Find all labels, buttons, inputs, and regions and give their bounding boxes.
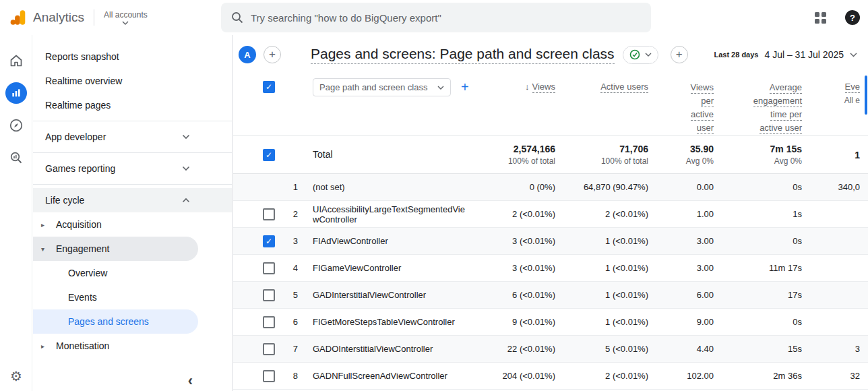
expand-down-icon: ▾ <box>41 245 56 253</box>
date-preset-label: Last 28 days <box>714 51 758 59</box>
sidebar-item-games-reporting[interactable]: Games reporting <box>33 156 232 181</box>
row-name: (not set) <box>298 182 474 192</box>
add-dimension-button[interactable]: + <box>461 80 469 95</box>
sidebar-item-monetisation[interactable]: ▸ Monetisation <box>33 334 232 358</box>
sidebar-item-overview[interactable]: Overview <box>33 261 232 285</box>
column-header-views-per-active-user[interactable]: Views per active user <box>648 78 714 134</box>
row-checkbox[interactable] <box>263 208 275 220</box>
row-checkbox[interactable] <box>263 316 275 328</box>
chevron-down-icon <box>437 86 444 90</box>
help-icon[interactable]: ? <box>845 10 860 25</box>
chevron-down-icon <box>645 53 652 57</box>
date-range-label: 4 Jul – 31 Jul 2025 <box>764 49 844 60</box>
row-checkbox[interactable] <box>263 289 275 301</box>
row-checkbox[interactable] <box>263 343 275 355</box>
add-comparison-button[interactable]: + <box>264 46 281 63</box>
select-all-checkbox[interactable]: ✓ <box>263 81 275 93</box>
sort-desc-icon: ↓ <box>525 82 530 92</box>
row-name: GADInterstitialViewController <box>298 290 474 300</box>
row-name: GADNFullScreenAdViewController <box>298 371 474 381</box>
table-row[interactable]: 4 FIGameViewController 3 (<0.01%) 1 (<0.… <box>233 255 868 282</box>
reports-icon[interactable] <box>0 77 32 109</box>
nav-divider <box>33 152 232 153</box>
row-checkbox[interactable]: ✓ <box>263 235 275 247</box>
total-checkbox[interactable]: ✓ <box>263 149 275 161</box>
sidebar-section-life-cycle[interactable]: Life cycle <box>33 188 232 212</box>
total-views: 2,574,166 <box>474 144 555 154</box>
sidebar-item-realtime-pages[interactable]: Realtime pages <box>33 93 232 117</box>
table-row[interactable]: ✓ 3 FIAdViewController 3 (<0.01%) 1 (<0.… <box>233 228 868 255</box>
account-switcher[interactable]: All accounts <box>104 10 148 25</box>
column-header-active-users[interactable]: Active users <box>555 78 648 93</box>
total-engagement: 7m 15s <box>714 144 802 154</box>
table-header-row: ✓ Page path and screen class + ↓ Views A… <box>233 74 868 136</box>
column-header-event-count[interactable]: Eve All e <box>802 78 868 105</box>
row-name: FIGameViewController <box>298 263 474 273</box>
sidebar-item-events[interactable]: Events <box>33 285 232 309</box>
report-header: A + Pages and screens: Page path and scr… <box>233 35 868 74</box>
date-range-picker[interactable]: Last 28 days 4 Jul – 31 Jul 2025 <box>714 49 868 60</box>
nav-divider <box>33 121 232 121</box>
row-name: UIAccessibilityLargeTextSegmentedViewCon… <box>298 204 474 224</box>
app-title: Analytics <box>33 10 84 25</box>
row-checkbox[interactable] <box>263 370 275 382</box>
report-saved-status[interactable] <box>623 46 658 64</box>
sidebar-item-realtime-overview[interactable]: Realtime overview <box>33 69 232 93</box>
settings-gear-icon[interactable]: ⚙ <box>0 368 32 384</box>
sidebar-item-pages-and-screens[interactable]: Pages and screens <box>33 309 198 334</box>
chevron-down-icon <box>182 134 190 140</box>
row-name: FIAdViewController <box>298 236 474 246</box>
row-checkbox[interactable] <box>263 262 275 274</box>
chevron-down-icon <box>122 21 129 25</box>
avatar[interactable]: A <box>239 46 256 63</box>
table-row[interactable]: 8 GADNFullScreenAdViewController 204 (<0… <box>233 363 868 390</box>
check-circle-icon <box>629 49 640 60</box>
row-name: FIGetMoreStepsTableViewController <box>298 317 474 327</box>
account-label: All accounts <box>104 10 148 20</box>
search-icon <box>230 11 244 24</box>
table-row[interactable]: 6 FIGetMoreStepsTableViewController 9 (<… <box>233 309 868 336</box>
table-row[interactable]: 1 (not set) 0 (0%) 64,870 (90.47%) 0.00 … <box>233 174 868 201</box>
table-row[interactable]: 2 UIAccessibilityLargeTextSegmentedViewC… <box>233 201 868 228</box>
table-total-row: ✓ Total 2,574,166 100% of total 71,706 1… <box>233 136 868 174</box>
explore-icon[interactable] <box>0 109 32 142</box>
row-name: GADOInterstitialViewController <box>298 344 474 354</box>
report-main: A + Pages and screens: Page path and scr… <box>233 35 868 391</box>
add-report-button[interactable]: + <box>671 46 688 63</box>
total-active-users: 71,706 <box>555 144 648 154</box>
reports-sidebar: Reports snapshot Realtime overview Realt… <box>33 35 232 391</box>
table-row[interactable]: 5 GADInterstitialViewController 6 (<0.01… <box>233 282 868 309</box>
collapse-sidebar-icon[interactable]: ‹ <box>188 372 193 390</box>
page-title[interactable]: Pages and screens: Page path and screen … <box>311 46 615 64</box>
table-row[interactable]: 7 GADOInterstitialViewController 22 (<0.… <box>233 336 868 363</box>
sidebar-item-acquisition[interactable]: ▸ Acquisition <box>33 212 232 237</box>
expand-right-icon: ▸ <box>41 342 56 350</box>
icon-rail: ⚙ <box>0 35 32 391</box>
home-icon[interactable] <box>0 44 32 77</box>
search-input[interactable] <box>251 12 642 24</box>
nav-divider <box>33 184 232 185</box>
expand-right-icon: ▸ <box>41 221 56 229</box>
total-event-count: 1 <box>802 150 868 160</box>
analytics-logo-icon[interactable] <box>9 9 27 26</box>
chevron-down-icon <box>182 166 190 171</box>
dimension-selector[interactable]: Page path and screen class <box>313 78 451 96</box>
chevron-up-icon <box>182 198 190 203</box>
vertical-scrollbar-thumb[interactable] <box>865 76 867 115</box>
sidebar-item-reports-snapshot[interactable]: Reports snapshot <box>33 44 232 69</box>
topbar-divider <box>94 9 94 26</box>
chevron-down-icon <box>850 53 857 57</box>
sidebar-item-app-developer[interactable]: App developer <box>33 125 232 149</box>
topbar: Analytics All accounts ? <box>0 0 868 35</box>
search-bar[interactable] <box>221 3 651 32</box>
total-views-per-user: 35.90 <box>648 144 714 154</box>
total-label: Total <box>298 150 474 160</box>
column-header-views[interactable]: ↓ Views <box>474 78 555 93</box>
topbar-actions: ? <box>815 10 868 25</box>
sidebar-item-engagement[interactable]: ▾ Engagement <box>33 237 198 261</box>
column-header-avg-engagement-time[interactable]: Average engagement time per active user <box>714 78 802 134</box>
advertising-icon[interactable] <box>0 142 32 174</box>
apps-grid-icon[interactable] <box>815 12 826 24</box>
